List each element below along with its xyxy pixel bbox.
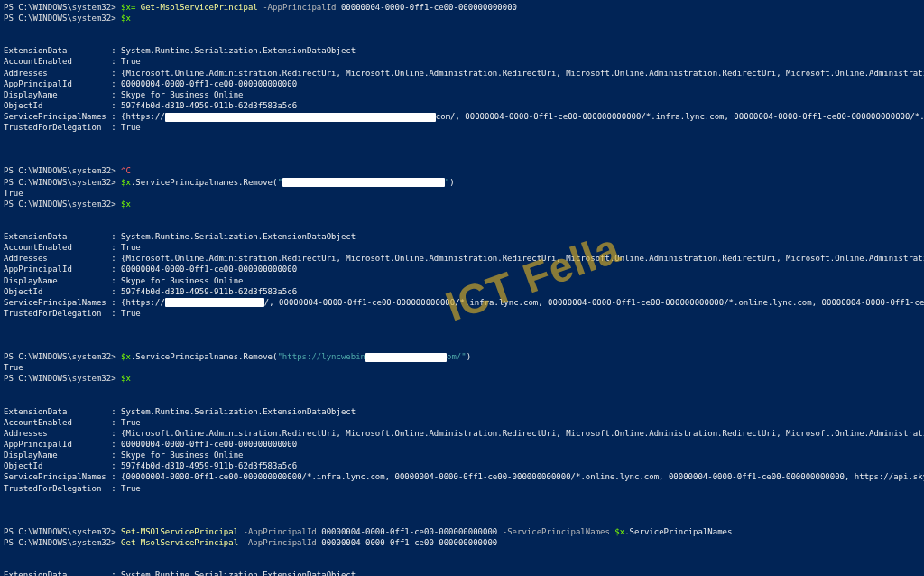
kv-row: ExtensionData : System.Runtime.Serializa… <box>4 231 920 242</box>
prompt: PS C:\WINDOWS\system32> <box>4 200 116 209</box>
kv-row: Addresses : {Microsoft.Online.Administra… <box>4 253 920 264</box>
kv-row: ServicePrincipalNames : {https:///, 0000… <box>4 297 920 308</box>
kv-row: Addresses : {Microsoft.Online.Administra… <box>4 68 920 79</box>
cmd-line-remove-1: PS C:\WINDOWS\system32> $x.ServicePrinci… <box>4 177 920 188</box>
var-x: $x <box>121 374 131 383</box>
arg-spnames-suffix: .ServicePrincipalNames <box>624 527 732 536</box>
arg-appid: 00000004-0000-0ff1-ce00-000000000000 <box>341 3 517 12</box>
var-x: $x <box>121 178 131 187</box>
kv-row: ObjectId : 597f4b0d-d310-4959-911b-62d3f… <box>4 460 920 471</box>
kv-row: ObjectId : 597f4b0d-d310-4959-911b-62d3f… <box>4 286 920 297</box>
kv-row: Addresses : {Microsoft.Online.Administra… <box>4 428 920 439</box>
result-true: True <box>4 188 920 199</box>
var-x: $x <box>121 352 131 361</box>
cmd-line-x: PS C:\WINDOWS\system32> $x <box>4 373 920 384</box>
cmd-line-set: PS C:\WINDOWS\system32> Set-MSOlServiceP… <box>4 526 920 537</box>
var-x: $x <box>614 527 624 536</box>
var-x: $x <box>121 14 131 23</box>
kv-row: AppPrincipalId : 00000004-0000-0ff1-ce00… <box>4 79 920 89</box>
kv-row: AccountEnabled : True <box>4 242 920 253</box>
redacted-text <box>282 178 445 187</box>
kv-row: ServicePrincipalNames : {00000004-0000-0… <box>4 471 920 482</box>
arg-appid: 00000004-0000-0ff1-ce00-000000000000 <box>321 538 497 547</box>
redacted-text <box>165 298 264 307</box>
cmd-line-x: PS C:\WINDOWS\system32> $x <box>4 199 920 209</box>
kv-row: ServicePrincipalNames : {https://com/, 0… <box>4 111 920 122</box>
redacted-text <box>165 113 436 122</box>
prompt: PS C:\WINDOWS\system32> <box>4 374 116 383</box>
cmd-line-remove-2: PS C:\WINDOWS\system32> $x.ServicePrinci… <box>4 351 920 362</box>
kv-row: AccountEnabled : True <box>4 417 920 428</box>
kv-row: AppPrincipalId : 00000004-0000-0ff1-ce00… <box>4 439 920 450</box>
prompt: PS C:\WINDOWS\system32> <box>4 3 116 12</box>
param-appid: -AppPrincipalId <box>263 3 336 12</box>
var-x-assign: $x= <box>121 3 135 12</box>
kv-row: AppPrincipalId : 00000004-0000-0ff1-ce00… <box>4 264 920 274</box>
ctrl-c: ^C <box>121 166 131 175</box>
prompt: PS C:\WINDOWS\system32> <box>4 166 116 175</box>
cmd-line-2: PS C:\WINDOWS\system32> $x <box>4 13 920 23</box>
kv-row: TrustedForDelegation : True <box>4 483 920 494</box>
param-appid: -AppPrincipalId <box>244 527 317 536</box>
kv-row: TrustedForDelegation : True <box>4 308 920 319</box>
cmd-line-get2: PS C:\WINDOWS\system32> Get-MsolServiceP… <box>4 537 920 548</box>
param-spnames: -ServicePrincipalNames <box>503 527 610 536</box>
cmd-get: Get-MsolServicePrincipal <box>141 3 258 12</box>
kv-row: DisplayName : Skype for Business Online <box>4 89 920 100</box>
arg-appid: 00000004-0000-0ff1-ce00-000000000000 <box>321 527 497 536</box>
kv-row: DisplayName : Skype for Business Online <box>4 275 920 286</box>
kv-row: TrustedForDelegation : True <box>4 122 920 133</box>
kv-row: DisplayName : Skype for Business Online <box>4 450 920 460</box>
prompt: PS C:\WINDOWS\system32> <box>4 14 116 23</box>
kv-row: ObjectId : 597f4b0d-d310-4959-911b-62d3f… <box>4 100 920 111</box>
result-true: True <box>4 362 920 373</box>
kv-row: ExtensionData : System.Runtime.Serializa… <box>4 570 920 576</box>
prompt: PS C:\WINDOWS\system32> <box>4 352 116 361</box>
kv-row: ExtensionData : System.Runtime.Serializa… <box>4 45 920 56</box>
cmd-line-1: PS C:\WINDOWS\system32> $x= Get-MsolServ… <box>4 2 920 13</box>
cmd-line-break: PS C:\WINDOWS\system32> ^C <box>4 165 920 176</box>
kv-row: ExtensionData : System.Runtime.Serializa… <box>4 406 920 417</box>
param-appid: -AppPrincipalId <box>244 538 317 547</box>
cmd-get2: Get-MsolServicePrincipal <box>121 538 238 547</box>
powershell-terminal[interactable]: PS C:\WINDOWS\system32> $x= Get-MsolServ… <box>0 0 924 576</box>
cmd-set: Set-MSOlServicePrincipal <box>121 527 238 536</box>
prompt: PS C:\WINDOWS\system32> <box>4 527 116 536</box>
string-arg: "https://lyncwebin <box>277 352 365 361</box>
kv-row: AccountEnabled : True <box>4 56 920 67</box>
var-x: $x <box>121 200 131 209</box>
prompt: PS C:\WINDOWS\system32> <box>4 178 116 187</box>
prompt: PS C:\WINDOWS\system32> <box>4 538 116 547</box>
redacted-text <box>365 353 447 362</box>
